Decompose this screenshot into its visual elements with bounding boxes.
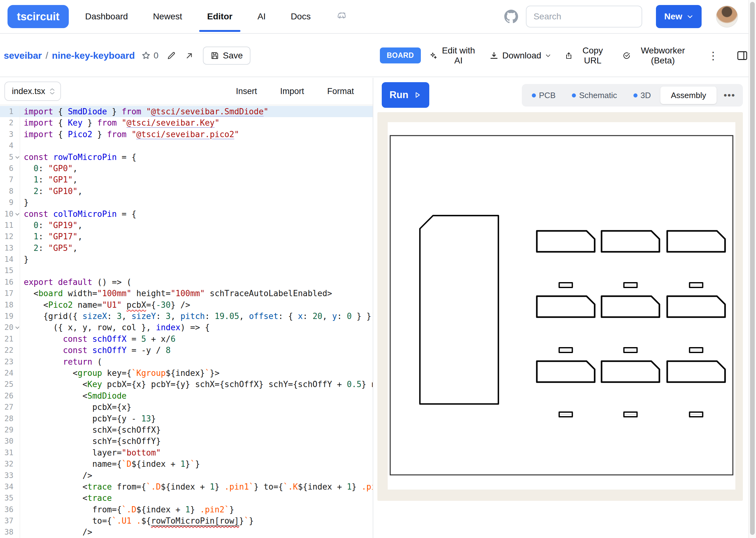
code-line: 36 from={`.D${index + 1} .pin2`}	[0, 504, 373, 515]
component-key-k6[interactable]	[667, 296, 725, 317]
view-tab-schematic[interactable]: Schematic	[565, 86, 624, 104]
sparkles-icon	[430, 51, 437, 60]
component-key-k1[interactable]	[537, 361, 595, 382]
scrollbar-thumb[interactable]	[750, 2, 755, 535]
save-button[interactable]: Save	[203, 47, 251, 65]
chevron-down-icon	[687, 13, 693, 20]
view-tab-assembly[interactable]: Assembly	[660, 86, 717, 104]
line-number: 4	[0, 140, 20, 151]
code-text: schY={schOffY}	[20, 436, 161, 447]
rename-button[interactable]	[167, 51, 176, 60]
github-icon[interactable]	[504, 9, 518, 24]
line-number: 35	[0, 492, 20, 504]
board-badge[interactable]: BOARD	[380, 47, 421, 63]
code-line: 21 const schOffX = 5 + x/6	[0, 333, 373, 345]
assembly-canvas[interactable]	[378, 112, 743, 501]
save-icon	[210, 51, 219, 60]
code-text: }	[20, 197, 29, 208]
share-icon	[565, 51, 572, 60]
nav-item-newest[interactable]: Newest	[153, 0, 182, 33]
line-number: 1	[0, 106, 20, 117]
editor-menu-format[interactable]: Format	[327, 86, 354, 96]
component-key-k7[interactable]	[537, 231, 595, 252]
code-line: 11 0: "GP19",	[0, 220, 373, 231]
code-line: 3import { Pico2 } from "@tsci/seveibar.p…	[0, 129, 373, 140]
open-external-button[interactable]	[185, 51, 194, 60]
search-input[interactable]	[533, 12, 627, 22]
star-count: 0	[153, 51, 158, 61]
component-key-k2[interactable]	[602, 361, 660, 382]
code-line: 9}	[0, 197, 373, 208]
line-number: 26	[0, 390, 20, 402]
line-number: 24	[0, 367, 20, 379]
panel-right-icon	[736, 49, 748, 62]
editor-menu-import[interactable]: Import	[280, 86, 304, 96]
more-menu-button[interactable]: ⋮	[708, 49, 719, 62]
breadcrumb-owner[interactable]: seveibar	[4, 50, 42, 61]
line-number: 33	[0, 470, 20, 481]
component-u1[interactable]	[420, 216, 498, 404]
play-icon	[413, 91, 422, 99]
code-line: 2import { Key } from "@tsci/seveibar.Key…	[0, 117, 373, 129]
component-key-k5[interactable]	[602, 296, 660, 317]
webworker-button[interactable]: Webworker (Beta)	[623, 46, 692, 66]
edit-with-ai-button[interactable]: Edit with AI	[430, 46, 476, 66]
line-number: 5	[0, 151, 20, 163]
discord-icon[interactable]	[335, 10, 348, 23]
kebab-icon: ⋮	[708, 49, 719, 62]
page-scrollbar[interactable]	[748, 0, 756, 538]
line-number: 19	[0, 310, 20, 322]
fold-chevron-icon[interactable]	[15, 155, 19, 159]
file-select[interactable]: index.tsx	[4, 81, 61, 101]
line-number: 29	[0, 424, 20, 436]
component-key-k9[interactable]	[667, 231, 725, 252]
code-text: 1: "GP17",	[20, 231, 83, 242]
star-icon[interactable]	[141, 51, 151, 61]
view-tab-pcb[interactable]: PCB	[525, 86, 562, 104]
nav-item-editor[interactable]: Editor	[207, 0, 233, 33]
editor-header: index.tsx InsertImportFormat	[0, 78, 373, 105]
editor-menu-insert[interactable]: Insert	[236, 86, 257, 96]
copy-url-label: Copy URL	[576, 46, 609, 66]
download-button[interactable]: Download	[489, 51, 552, 61]
user-avatar[interactable]	[716, 6, 738, 27]
nav-item-ai[interactable]: AI	[257, 0, 265, 33]
new-button[interactable]: New	[656, 5, 702, 28]
code-area[interactable]: 1import { SmdDiode } from "@tsci/seveiba…	[0, 106, 373, 538]
line-number: 8	[0, 186, 20, 197]
component-key-k4[interactable]	[537, 296, 595, 317]
tscircuit-logo[interactable]: tscircuit	[8, 5, 69, 28]
code-text: const colToMicroPin = {	[20, 208, 136, 220]
code-line: 24 <group key={`Kgroup${index}`}>	[0, 367, 373, 379]
line-number: 38	[0, 526, 20, 538]
fold-chevron-icon[interactable]	[15, 325, 19, 329]
arrow-up-right-icon	[185, 51, 194, 60]
code-line: 33 />	[0, 470, 373, 481]
view-tabs-more-button[interactable]: •••	[719, 90, 740, 101]
line-number: 21	[0, 333, 20, 345]
nav-item-docs[interactable]: Docs	[291, 0, 311, 33]
code-text: <SmdDiode	[20, 390, 127, 402]
toggle-panel-button[interactable]	[736, 49, 748, 62]
component-key-k8[interactable]	[602, 231, 660, 252]
run-button[interactable]: Run	[382, 82, 429, 108]
line-number: 6	[0, 163, 20, 174]
breadcrumb-project[interactable]: nine-key-keyboard	[52, 50, 135, 61]
code-text: {grid({ sizeX: 3, sizeY: 3, pitch: 19.05…	[20, 310, 373, 322]
code-line: 32 name={`D${index + 1}`}	[0, 458, 373, 469]
component-key-k3[interactable]	[667, 361, 725, 382]
line-number: 13	[0, 242, 20, 254]
line-number: 37	[0, 515, 20, 526]
top-navbar: tscircuit DashboardNewestEditorAIDocs Ne…	[0, 0, 756, 34]
nav-item-dashboard[interactable]: Dashboard	[85, 0, 128, 33]
fold-chevron-icon[interactable]	[15, 211, 19, 216]
code-text: import { Key } from "@tsci/seveibar.Key"	[20, 117, 219, 129]
code-line: 15	[0, 265, 373, 276]
copy-url-button[interactable]: Copy URL	[565, 46, 609, 66]
line-number: 32	[0, 458, 20, 469]
view-tab-3d[interactable]: 3D	[626, 86, 658, 104]
code-line: 30 schY={schOffY}	[0, 436, 373, 447]
line-number: 36	[0, 504, 20, 515]
code-line: 5const rowToMicroPin = {	[0, 151, 373, 163]
code-text: 2: "GP10",	[20, 186, 83, 197]
